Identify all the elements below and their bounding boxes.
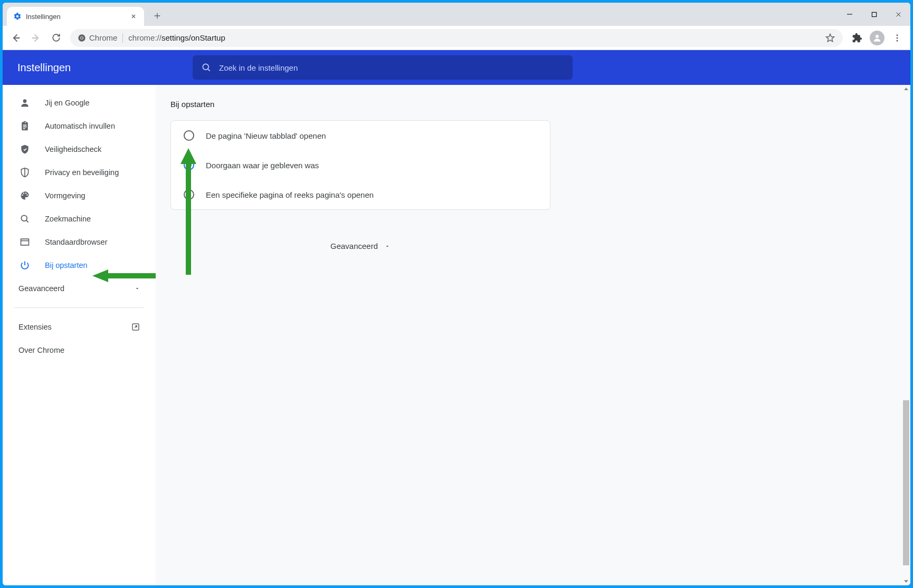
sidebar-item-label: Standaardbrowser [45,238,108,246]
scroll-up-icon[interactable] [902,85,910,93]
advanced-label: Geavanceerd [330,242,378,250]
startup-option-new-tab[interactable]: De pagina 'Nieuw tabblad' openen [171,121,550,150]
chrome-icon [78,34,86,42]
vertical-scrollbar[interactable] [902,85,910,585]
person-icon [18,97,31,109]
option-label: Doorgaan waar je gebleven was [206,161,319,170]
svg-point-10 [21,215,27,221]
window-controls [838,3,910,26]
sidebar-item-default-browser[interactable]: Standaardbrowser [3,230,155,254]
sidebar-item-safety-check[interactable]: Veiligheidscheck [3,138,155,161]
section-title: Bij opstarten [170,100,550,109]
sidebar-advanced-toggle[interactable]: Geavanceerd [3,277,155,300]
search-icon [201,62,212,73]
svg-point-6 [897,37,898,38]
startup-option-specific-pages[interactable]: Een specifieke pagina of reeks pagina's … [171,180,550,209]
palette-icon [18,189,31,202]
new-tab-button[interactable] [149,8,165,24]
sidebar-item-label: Bij opstarten [45,261,88,269]
url-scheme: chrome:// [128,33,161,42]
sidebar-item-label: Vormgeving [45,191,85,200]
minimize-button[interactable] [838,3,862,26]
sidebar-extensions-link[interactable]: Extensies [3,315,155,339]
profile-avatar-icon[interactable] [868,29,886,47]
settings-sidebar: Jij en Google Automatisch invullen Veili… [3,85,156,585]
search-icon [18,213,31,225]
svg-point-3 [81,37,83,39]
settings-main: Bij opstarten De pagina 'Nieuw tabblad' … [156,85,910,585]
search-settings-box[interactable] [193,55,573,80]
clipboard-icon [18,120,31,132]
svg-rect-0 [872,12,876,16]
tab-close-icon[interactable] [129,12,138,21]
back-button[interactable] [7,29,25,47]
settings-header: Instellingen [3,50,910,85]
sidebar-item-on-startup[interactable]: Bij opstarten [3,254,155,277]
settings-title: Instellingen [17,62,193,74]
option-label: De pagina 'Nieuw tabblad' openen [206,131,326,140]
chrome-origin-chip: Chrome [78,33,117,42]
search-settings-input[interactable] [219,63,564,72]
radio-icon [184,189,194,200]
sidebar-about-link[interactable]: Over Chrome [3,339,155,362]
on-startup-card: De pagina 'Nieuw tabblad' openen Doorgaa… [170,120,550,210]
browser-tab[interactable]: Instellingen [7,7,144,26]
maximize-button[interactable] [862,3,886,26]
reload-button[interactable] [47,29,65,47]
settings-body: Jij en Google Automatisch invullen Veili… [3,85,910,585]
address-bar[interactable]: Chrome chrome://settings/onStartup [70,29,843,47]
browser-toolbar: Chrome chrome://settings/onStartup [3,26,910,50]
svg-point-4 [876,35,879,38]
sidebar-item-search-engine[interactable]: Zoekmachine [3,207,155,230]
tab-title: Instellingen [26,13,61,21]
sidebar-item-autofill[interactable]: Automatisch invullen [3,114,155,138]
power-icon [18,259,31,272]
sidebar-advanced-label: Geavanceerd [18,284,64,293]
browser-window-icon [18,236,31,248]
sidebar-item-label: Automatisch invullen [45,122,115,130]
radio-icon [184,160,194,170]
extensions-puzzle-icon[interactable] [848,29,866,47]
chevron-down-icon [384,243,391,249]
svg-point-5 [897,34,898,36]
option-label: Een specifieke pagina of reeks pagina's … [206,190,374,199]
forward-button[interactable] [27,29,45,47]
svg-point-9 [23,99,27,103]
kebab-menu-icon[interactable] [888,29,906,47]
sidebar-item-label: Jij en Google [45,99,90,107]
chrome-origin-label: Chrome [89,33,117,42]
scrollbar-thumb[interactable] [903,400,909,565]
shield-icon [18,166,31,179]
sidebar-item-label: Veiligheidscheck [45,145,101,153]
close-window-button[interactable] [886,3,910,26]
chevron-down-icon [134,285,140,292]
advanced-section-toggle[interactable]: Geavanceerd [170,242,550,250]
browser-window: Instellingen Chrome [3,3,910,585]
open-external-icon [131,322,140,332]
tab-strip: Instellingen [3,3,910,26]
bookmark-star-icon[interactable] [825,33,835,43]
sidebar-divider [14,307,144,308]
url-path: settings/onStartup [161,33,225,42]
shield-check-icon [18,143,31,156]
sidebar-item-you-and-google[interactable]: Jij en Google [3,91,155,114]
svg-point-8 [203,64,208,70]
settings-gear-icon [13,12,22,21]
sidebar-item-label: Zoekmachine [45,215,91,223]
sidebar-about-label: Over Chrome [18,346,64,354]
omnibox-separator [122,33,123,43]
radio-icon [184,130,194,141]
sidebar-item-privacy[interactable]: Privacy en beveiliging [3,161,155,184]
svg-point-7 [897,40,898,41]
sidebar-extensions-label: Extensies [18,323,52,331]
startup-option-continue[interactable]: Doorgaan waar je gebleven was [171,150,550,180]
scroll-down-icon[interactable] [902,577,910,585]
sidebar-item-label: Privacy en beveiliging [45,168,119,177]
sidebar-item-appearance[interactable]: Vormgeving [3,184,155,207]
